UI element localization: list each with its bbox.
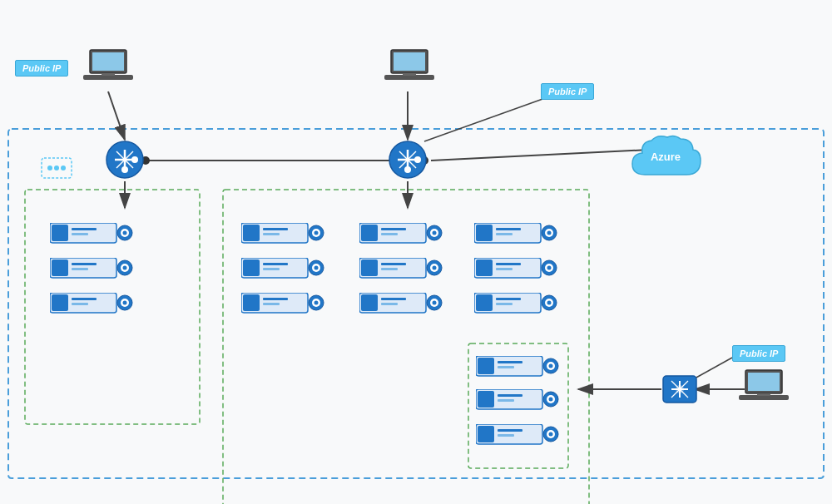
server-mid-col2-3 xyxy=(359,293,443,319)
svg-rect-100 xyxy=(381,233,398,235)
svg-point-53 xyxy=(54,166,59,170)
svg-point-131 xyxy=(547,266,552,270)
svg-point-82 xyxy=(314,231,319,235)
svg-rect-23 xyxy=(394,52,425,71)
svg-point-49 xyxy=(676,385,684,393)
svg-rect-127 xyxy=(496,263,521,265)
svg-point-52 xyxy=(47,166,52,170)
svg-line-13 xyxy=(695,358,732,378)
svg-rect-72 xyxy=(72,303,88,305)
svg-rect-25 xyxy=(403,73,416,76)
public-ip-label-bottom-right: Public IP xyxy=(732,345,785,362)
svg-rect-113 xyxy=(381,298,406,300)
router-center xyxy=(388,140,428,180)
public-ip-label-top-left: Public IP xyxy=(15,60,68,77)
svg-rect-58 xyxy=(72,233,88,235)
svg-rect-98 xyxy=(361,225,378,241)
svg-rect-156 xyxy=(498,434,514,437)
svg-point-35 xyxy=(131,156,138,163)
laptop-top-center xyxy=(384,46,434,86)
svg-point-96 xyxy=(314,301,319,305)
svg-text:Azure: Azure xyxy=(651,151,681,163)
svg-point-89 xyxy=(314,266,319,270)
svg-line-4 xyxy=(108,91,125,140)
svg-rect-147 xyxy=(478,391,494,408)
server-left-3 xyxy=(50,293,133,319)
svg-rect-149 xyxy=(498,399,514,402)
svg-rect-65 xyxy=(72,268,88,270)
laptop-top-left xyxy=(83,46,133,86)
svg-line-9 xyxy=(431,150,649,161)
svg-rect-86 xyxy=(263,268,280,270)
svg-point-145 xyxy=(549,364,553,368)
server-right-small-2 xyxy=(476,389,559,416)
svg-line-10 xyxy=(424,98,545,141)
svg-rect-91 xyxy=(243,294,260,311)
svg-point-75 xyxy=(123,301,127,305)
svg-rect-77 xyxy=(243,225,260,241)
svg-rect-142 xyxy=(498,366,514,368)
server-right-small-3 xyxy=(476,424,559,451)
svg-point-138 xyxy=(547,301,552,305)
server-left-1 xyxy=(50,223,133,250)
svg-rect-119 xyxy=(476,225,493,241)
svg-point-68 xyxy=(123,266,127,270)
server-mid-col2-1 xyxy=(359,223,443,250)
svg-rect-57 xyxy=(72,228,97,230)
server-mid-col1-2 xyxy=(241,258,324,284)
svg-rect-92 xyxy=(263,298,288,300)
svg-rect-78 xyxy=(263,228,288,230)
svg-rect-79 xyxy=(263,233,280,235)
router-right xyxy=(660,369,700,409)
svg-rect-120 xyxy=(496,228,521,230)
server-mid-col3-3 xyxy=(474,293,557,319)
svg-rect-99 xyxy=(381,228,406,230)
diagram: Public IP Public IP Public IP xyxy=(0,0,832,504)
svg-rect-128 xyxy=(496,268,513,270)
svg-rect-19 xyxy=(92,52,124,71)
server-mid-col3-1 xyxy=(474,223,557,250)
svg-rect-21 xyxy=(102,73,115,76)
svg-rect-107 xyxy=(381,268,398,270)
svg-point-61 xyxy=(123,231,127,235)
svg-rect-114 xyxy=(381,303,398,305)
server-right-small-1 xyxy=(476,356,559,383)
svg-rect-133 xyxy=(476,294,493,311)
public-ip-label-top-right: Public IP xyxy=(541,83,594,100)
svg-rect-154 xyxy=(478,426,494,442)
server-mid-col3-2 xyxy=(474,258,557,284)
svg-point-159 xyxy=(549,432,553,437)
svg-point-103 xyxy=(433,231,437,235)
svg-point-110 xyxy=(433,266,437,270)
svg-rect-70 xyxy=(52,294,68,311)
svg-rect-71 xyxy=(72,298,97,300)
svg-rect-155 xyxy=(498,429,522,432)
svg-rect-112 xyxy=(361,294,378,311)
azure-cloud: Azure xyxy=(624,129,707,190)
svg-rect-27 xyxy=(748,373,780,391)
svg-rect-56 xyxy=(52,225,68,241)
svg-rect-93 xyxy=(263,303,280,305)
server-mid-col2-2 xyxy=(359,258,443,284)
svg-rect-141 xyxy=(498,361,522,363)
svg-rect-148 xyxy=(498,394,522,397)
svg-point-124 xyxy=(547,231,552,235)
server-mid-col1-3 xyxy=(241,293,324,319)
svg-rect-106 xyxy=(381,263,406,265)
svg-rect-121 xyxy=(496,233,513,235)
svg-point-42 xyxy=(414,156,421,163)
svg-rect-134 xyxy=(496,298,521,300)
server-mid-col1-1 xyxy=(241,223,324,250)
svg-point-43 xyxy=(404,166,411,173)
svg-rect-84 xyxy=(243,259,260,276)
svg-rect-140 xyxy=(478,358,494,374)
laptop-right xyxy=(739,366,789,406)
svg-rect-63 xyxy=(52,259,68,276)
svg-point-54 xyxy=(61,166,66,170)
svg-point-36 xyxy=(121,166,128,173)
server-left-2 xyxy=(50,258,133,284)
svg-point-117 xyxy=(433,301,437,305)
svg-rect-135 xyxy=(496,303,513,305)
svg-rect-126 xyxy=(476,259,493,276)
svg-rect-29 xyxy=(757,393,770,396)
